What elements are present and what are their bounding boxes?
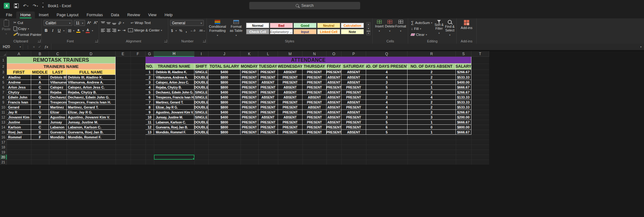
cell-D15[interactable]: Guevarra, Roej Jan B. [67, 130, 116, 135]
undo-icon[interactable]: ↶ [23, 4, 26, 8]
row-header-10[interactable]: 10 [0, 105, 7, 110]
cell-J2-header[interactable]: TOTAL SALARY [208, 64, 241, 70]
cell-B12[interactable]: V [31, 115, 49, 120]
decrease-indent-icon[interactable]: ⇤ [118, 28, 121, 32]
tab-insert[interactable]: Insert [35, 12, 53, 18]
gallery-up-icon[interactable]: ▴ [366, 22, 370, 26]
tab-page-layout[interactable]: Page Layout [53, 12, 83, 18]
cell-M12[interactable]: ABSENT [278, 115, 303, 120]
cell-I6[interactable]: DOUBLE [194, 85, 208, 90]
cell-D11[interactable]: Elizar, Jay R G. [67, 110, 116, 115]
cell-Q14[interactable]: 6 [366, 125, 408, 130]
cell-R9[interactable]: 2 [408, 100, 456, 105]
cell-B5[interactable]: A [31, 80, 49, 85]
cell-R8[interactable]: 4 [408, 95, 456, 100]
cell-Q3[interactable]: 4 [366, 70, 408, 75]
row-header-12[interactable]: 12 [0, 115, 7, 120]
column-header-O[interactable]: O [327, 51, 341, 57]
font-name-combo[interactable]: Calibri [44, 20, 72, 26]
cell-N14[interactable]: PRESENT [303, 125, 327, 130]
cell-Q8[interactable]: 2 [366, 95, 408, 100]
cell-M7[interactable]: ABSENT [278, 90, 303, 95]
cell-J10[interactable]: $800 [208, 105, 241, 110]
cell-R12[interactable]: 3 [408, 115, 456, 120]
cell-J6[interactable]: $800 [208, 85, 241, 90]
column-header-D[interactable]: D [67, 51, 116, 57]
cell-C5[interactable]: Villanueva [49, 80, 67, 85]
cell-H14[interactable]: Guevarra, Roej Jan B. [154, 125, 194, 130]
tab-data[interactable]: Data [107, 12, 123, 18]
expand-formula-bar-icon[interactable] [640, 44, 644, 50]
row-header-1[interactable]: 1 [0, 57, 7, 64]
cell-B15[interactable]: B [31, 130, 49, 135]
cell-K10[interactable]: PRESENT [241, 105, 258, 110]
cell-A12[interactable]: Jiovanni Kim [7, 115, 31, 120]
select-all-corner[interactable] [0, 51, 7, 57]
cell-J5[interactable]: $800 [208, 80, 241, 85]
cell-S7[interactable]: $266.67 [456, 90, 471, 95]
cell-P7[interactable]: PRESENT [341, 90, 366, 95]
column-header-H[interactable]: H [154, 51, 194, 57]
cell-I7[interactable]: SINGLE [194, 90, 208, 95]
copy-button[interactable]: Copy [12, 26, 42, 31]
cell-K5[interactable]: PRESENT [241, 80, 258, 85]
cell-C6[interactable]: Calopez [49, 85, 67, 90]
cell-I9[interactable]: DOUBLE [194, 100, 208, 105]
italic-button[interactable]: I [50, 28, 55, 33]
cell-K8[interactable]: PRESENT [241, 95, 258, 100]
cell-B11[interactable]: G [31, 110, 49, 115]
cell-D6[interactable]: Calopez, Arlon Jess C. [67, 85, 116, 90]
customize-qat-icon[interactable] [42, 3, 44, 9]
tab-review[interactable]: Review [123, 12, 144, 18]
cell-C10[interactable]: Martinez [49, 105, 67, 110]
row-header-4[interactable]: 4 [0, 75, 7, 80]
row-header-11[interactable]: 11 [0, 110, 7, 115]
chevron-down-icon[interactable] [92, 28, 93, 33]
cell-K6[interactable]: PRESENT [241, 85, 258, 90]
column-header-F[interactable]: F [131, 51, 145, 57]
cell-N3[interactable]: PRESENT [303, 70, 327, 75]
increase-indent-icon[interactable]: ⇥ [122, 28, 126, 32]
tab-view[interactable]: View [144, 12, 160, 18]
cell-S10[interactable]: $533.33 [456, 105, 471, 110]
cell-style-input[interactable]: Input [293, 29, 317, 34]
increase-font-size-icon[interactable]: A▴ [87, 21, 92, 25]
cell-S4[interactable]: $533.33 [456, 75, 471, 80]
cell-style-note[interactable]: Note [341, 29, 364, 34]
format-painter-button[interactable]: Format Painter [12, 32, 42, 37]
cell-style-bad[interactable]: Bad [270, 23, 293, 28]
cell-R7[interactable]: 2 [408, 90, 456, 95]
cell-style-normal[interactable]: Normal [246, 23, 269, 28]
decrease-font-size-icon[interactable]: A▾ [93, 21, 98, 25]
cell-J9[interactable]: $800 [208, 100, 241, 105]
cell-P5[interactable]: ABSENT [341, 80, 366, 85]
cell-H4[interactable]: Villanueva, Andrew A. [154, 75, 194, 80]
cell-A16[interactable]: Rommel [7, 135, 31, 140]
row-header-17[interactable]: 17 [0, 140, 7, 145]
cell-C12[interactable]: Agustino [49, 115, 67, 120]
column-header-N[interactable]: N [303, 51, 327, 57]
cancel-icon[interactable]: × [33, 45, 35, 49]
cell-K13[interactable]: PRESENT [241, 120, 258, 125]
cell-R2-header[interactable]: NO. OF DAYS ABSENT [408, 64, 456, 70]
cell-B10[interactable]: T [31, 105, 49, 110]
cell-N12[interactable]: PRESENT [303, 115, 327, 120]
cell-L14[interactable]: PRESENT [258, 125, 278, 130]
cell-L2-header[interactable]: TUESDAY [258, 64, 278, 70]
cell-M8[interactable]: ABSENT [278, 95, 303, 100]
cell-R4[interactable]: 2 [408, 75, 456, 80]
column-header-C[interactable]: C [49, 51, 67, 57]
cell-R3[interactable]: 2 [408, 70, 456, 75]
cell-O6[interactable]: PRESENT [327, 85, 341, 90]
cell-K15[interactable]: PRESENT [241, 130, 258, 135]
cell-C8[interactable]: Dechavez [49, 95, 67, 100]
cell-C4[interactable]: Deblois III [49, 75, 67, 80]
number-format-combo[interactable]: General [170, 20, 204, 26]
chevron-down-icon[interactable] [83, 28, 84, 33]
cell-I13[interactable]: DOUBLE [194, 120, 208, 125]
cell-S2-header[interactable]: SALARY [456, 64, 471, 70]
cell-C7[interactable]: Rejaba [49, 90, 67, 95]
save-icon[interactable] [14, 3, 19, 8]
cell-I12[interactable]: SINGLE [194, 115, 208, 120]
cut-button[interactable]: ✂ Cut [12, 20, 42, 25]
